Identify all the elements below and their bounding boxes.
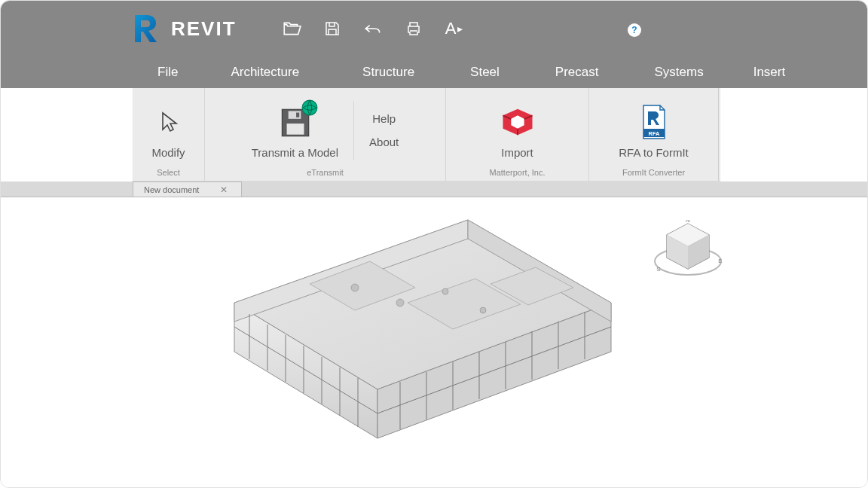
import-button[interactable]: Import bbox=[498, 102, 537, 159]
ribbon-item-label: Import bbox=[501, 146, 533, 159]
viewcube-n: N bbox=[686, 220, 690, 224]
open-icon[interactable] bbox=[282, 19, 301, 38]
ribbon: Modify Select bbox=[133, 88, 720, 181]
menu-steel[interactable]: Steel bbox=[446, 56, 524, 88]
ribbon-item-label: RFA to FormIt bbox=[619, 146, 689, 159]
print-icon[interactable] bbox=[404, 19, 423, 38]
ribbon-item-label: Modify bbox=[151, 146, 185, 159]
menu-structure[interactable]: Structure bbox=[331, 56, 446, 88]
close-icon[interactable]: ✕ bbox=[220, 185, 228, 195]
svg-text:RFA: RFA bbox=[648, 130, 660, 136]
ribbon-group-caption: FormIt Converter bbox=[589, 166, 718, 178]
view-cube[interactable]: N E S bbox=[653, 220, 724, 280]
ribbon-group-caption: Select bbox=[133, 166, 204, 178]
ribbon-group-caption: eTransmit bbox=[205, 166, 445, 178]
cursor-icon bbox=[157, 102, 181, 142]
app-logo: REVIT bbox=[129, 12, 237, 45]
undo-icon[interactable] bbox=[363, 19, 383, 38]
help-icon[interactable]: ? bbox=[628, 23, 641, 37]
title-bar: REVIT A▸ ? bbox=[1, 1, 867, 56]
svg-point-3 bbox=[302, 100, 317, 115]
menu-architecture[interactable]: Architecture bbox=[199, 56, 331, 88]
revit-logo-icon bbox=[129, 12, 162, 45]
ribbon-group-formit: RFA RFA to FormIt FormIt Converter bbox=[589, 88, 719, 181]
menu-systems[interactable]: Systems bbox=[630, 56, 727, 88]
svg-point-35 bbox=[480, 307, 486, 313]
document-tab-label: New document bbox=[144, 185, 199, 194]
svg-text:E: E bbox=[718, 258, 722, 264]
etransmit-links: Help About bbox=[369, 112, 399, 148]
app-name: REVIT bbox=[171, 17, 237, 41]
model-viewport[interactable]: N E S bbox=[1, 197, 867, 488]
ribbon-group-matterport: Import Matterport, Inc. bbox=[446, 88, 589, 181]
about-link[interactable]: About bbox=[369, 136, 399, 148]
document-tabstrip: New document ✕ bbox=[1, 181, 867, 197]
menu-file[interactable]: File bbox=[136, 56, 199, 88]
help-link[interactable]: Help bbox=[372, 112, 396, 125]
matterport-icon bbox=[498, 102, 537, 142]
modify-button[interactable]: Modify bbox=[151, 102, 185, 159]
transmit-model-icon bbox=[276, 102, 313, 142]
ribbon-item-label: Transmit a Model bbox=[252, 146, 338, 159]
building-model bbox=[219, 212, 619, 453]
svg-text:S: S bbox=[656, 266, 660, 273]
menu-bar: File Architecture Structure Steel Precas… bbox=[1, 56, 867, 88]
svg-rect-0 bbox=[287, 124, 304, 135]
svg-point-34 bbox=[442, 288, 448, 294]
type-icon[interactable]: A▸ bbox=[445, 19, 464, 38]
rfa-file-icon: RFA bbox=[639, 102, 669, 142]
menu-precast[interactable]: Precast bbox=[524, 56, 631, 88]
separator bbox=[353, 101, 354, 160]
document-tab[interactable]: New document ✕ bbox=[133, 181, 242, 197]
svg-point-32 bbox=[351, 284, 359, 291]
svg-rect-2 bbox=[296, 112, 299, 117]
ribbon-group-select: Modify Select bbox=[133, 88, 205, 181]
quick-access-toolbar: A▸ bbox=[282, 19, 464, 38]
ribbon-group-caption: Matterport, Inc. bbox=[446, 166, 588, 178]
transmit-model-button[interactable]: Transmit a Model bbox=[252, 102, 338, 159]
ribbon-group-etransmit: Transmit a Model Help About eTransmit bbox=[205, 88, 446, 181]
rfa-to-formit-button[interactable]: RFA RFA to FormIt bbox=[619, 102, 689, 159]
save-icon[interactable] bbox=[322, 19, 342, 38]
menu-insert[interactable]: Insert bbox=[728, 56, 811, 88]
svg-point-33 bbox=[396, 299, 404, 307]
